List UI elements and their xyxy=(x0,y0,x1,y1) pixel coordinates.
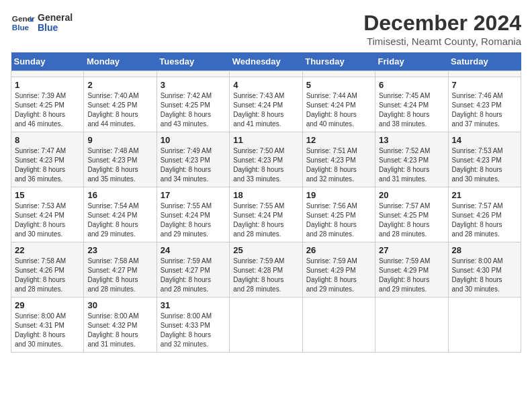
calendar-cell xyxy=(11,71,84,77)
day-number: 2 xyxy=(87,80,152,90)
calendar-cell: 1Sunrise: 7:39 AM Sunset: 4:25 PM Daylig… xyxy=(11,77,84,132)
day-info: Sunrise: 7:58 AM Sunset: 4:26 PM Dayligh… xyxy=(15,257,80,294)
day-number: 24 xyxy=(161,245,226,255)
calendar-cell xyxy=(230,71,302,77)
subtitle: Timisesti, Neamt County, Romania xyxy=(363,36,521,47)
day-number: 9 xyxy=(87,135,152,145)
calendar-cell: 18Sunrise: 7:55 AM Sunset: 4:24 PM Dayli… xyxy=(230,187,302,242)
day-info: Sunrise: 7:53 AM Sunset: 4:23 PM Dayligh… xyxy=(452,146,517,184)
day-info: Sunrise: 7:56 AM Sunset: 4:25 PM Dayligh… xyxy=(306,201,371,239)
calendar-cell: 31Sunrise: 8:00 AM Sunset: 4:33 PM Dayli… xyxy=(157,298,229,353)
col-header-monday: Monday xyxy=(84,52,157,71)
day-number: 6 xyxy=(379,80,444,90)
day-number: 23 xyxy=(87,245,152,255)
calendar-week-row: 22Sunrise: 7:58 AM Sunset: 4:26 PM Dayli… xyxy=(11,242,521,298)
calendar-cell: 11Sunrise: 7:50 AM Sunset: 4:23 PM Dayli… xyxy=(230,132,302,187)
calendar-cell: 20Sunrise: 7:57 AM Sunset: 4:25 PM Dayli… xyxy=(375,187,448,242)
day-number: 7 xyxy=(452,80,517,90)
calendar-cell xyxy=(302,71,375,77)
day-number: 21 xyxy=(452,190,517,200)
day-number: 16 xyxy=(87,190,152,200)
calendar-cell: 13Sunrise: 7:52 AM Sunset: 4:23 PM Dayli… xyxy=(375,132,448,187)
day-info: Sunrise: 7:50 AM Sunset: 4:23 PM Dayligh… xyxy=(233,146,298,184)
day-number: 1 xyxy=(15,80,80,90)
day-number: 13 xyxy=(379,135,444,145)
day-info: Sunrise: 7:49 AM Sunset: 4:23 PM Dayligh… xyxy=(161,146,226,184)
day-info: Sunrise: 7:59 AM Sunset: 4:29 PM Dayligh… xyxy=(379,257,444,294)
logo: General Blue General Blue xyxy=(11,11,73,35)
calendar-cell: 8Sunrise: 7:47 AM Sunset: 4:23 PM Daylig… xyxy=(11,132,84,187)
calendar-cell xyxy=(84,71,157,77)
day-number: 20 xyxy=(379,190,444,200)
day-number: 30 xyxy=(87,300,152,310)
title-section: December 2024 Timisesti, Neamt County, R… xyxy=(363,11,521,47)
calendar-cell: 9Sunrise: 7:48 AM Sunset: 4:23 PM Daylig… xyxy=(84,132,157,187)
calendar-cell: 16Sunrise: 7:54 AM Sunset: 4:24 PM Dayli… xyxy=(84,187,157,242)
day-info: Sunrise: 7:39 AM Sunset: 4:25 PM Dayligh… xyxy=(15,91,80,129)
calendar-cell: 30Sunrise: 8:00 AM Sunset: 4:32 PM Dayli… xyxy=(84,298,157,353)
day-number: 18 xyxy=(233,190,298,200)
calendar-cell xyxy=(230,298,302,353)
calendar-cell: 23Sunrise: 7:58 AM Sunset: 4:27 PM Dayli… xyxy=(84,242,157,298)
day-number: 17 xyxy=(161,190,226,200)
logo-text: General Blue xyxy=(38,13,73,34)
calendar-cell: 7Sunrise: 7:46 AM Sunset: 4:23 PM Daylig… xyxy=(448,77,521,132)
calendar-header-row: SundayMondayTuesdayWednesdayThursdayFrid… xyxy=(11,52,521,71)
day-number: 19 xyxy=(306,190,371,200)
page-header: General Blue General Blue December 2024 … xyxy=(11,11,521,47)
day-info: Sunrise: 7:55 AM Sunset: 4:24 PM Dayligh… xyxy=(161,201,226,239)
day-info: Sunrise: 7:54 AM Sunset: 4:24 PM Dayligh… xyxy=(87,201,152,239)
calendar-cell: 22Sunrise: 7:58 AM Sunset: 4:26 PM Dayli… xyxy=(11,242,84,298)
calendar-cell: 12Sunrise: 7:51 AM Sunset: 4:23 PM Dayli… xyxy=(302,132,375,187)
calendar-week-row: 8Sunrise: 7:47 AM Sunset: 4:23 PM Daylig… xyxy=(11,132,521,187)
day-info: Sunrise: 8:00 AM Sunset: 4:33 PM Dayligh… xyxy=(161,312,226,349)
day-number: 29 xyxy=(15,300,80,310)
col-header-thursday: Thursday xyxy=(302,52,375,71)
day-info: Sunrise: 8:00 AM Sunset: 4:32 PM Dayligh… xyxy=(87,312,152,349)
calendar-cell: 10Sunrise: 7:49 AM Sunset: 4:23 PM Dayli… xyxy=(157,132,229,187)
calendar-cell xyxy=(448,298,521,353)
calendar-cell: 2Sunrise: 7:40 AM Sunset: 4:25 PM Daylig… xyxy=(84,77,157,132)
calendar-cell: 24Sunrise: 7:59 AM Sunset: 4:27 PM Dayli… xyxy=(157,242,229,298)
day-info: Sunrise: 7:59 AM Sunset: 4:27 PM Dayligh… xyxy=(161,257,226,294)
calendar-cell: 29Sunrise: 8:00 AM Sunset: 4:31 PM Dayli… xyxy=(11,298,84,353)
day-info: Sunrise: 7:40 AM Sunset: 4:25 PM Dayligh… xyxy=(87,91,152,129)
calendar-week-row: 29Sunrise: 8:00 AM Sunset: 4:31 PM Dayli… xyxy=(11,298,521,353)
day-number: 4 xyxy=(233,80,298,90)
day-info: Sunrise: 7:55 AM Sunset: 4:24 PM Dayligh… xyxy=(233,201,298,239)
calendar-cell: 3Sunrise: 7:42 AM Sunset: 4:25 PM Daylig… xyxy=(157,77,229,132)
calendar-cell: 28Sunrise: 8:00 AM Sunset: 4:30 PM Dayli… xyxy=(448,242,521,298)
day-info: Sunrise: 8:00 AM Sunset: 4:30 PM Dayligh… xyxy=(452,257,517,294)
calendar-week-row: 1Sunrise: 7:39 AM Sunset: 4:25 PM Daylig… xyxy=(11,77,521,132)
svg-text:Blue: Blue xyxy=(12,23,30,32)
calendar-week-row xyxy=(11,71,521,77)
day-info: Sunrise: 7:47 AM Sunset: 4:23 PM Dayligh… xyxy=(15,146,80,184)
logo-icon: General Blue xyxy=(11,11,35,35)
col-header-friday: Friday xyxy=(375,52,448,71)
logo-line2: Blue xyxy=(38,23,73,33)
day-number: 27 xyxy=(379,245,444,255)
calendar-table: SundayMondayTuesdayWednesdayThursdayFrid… xyxy=(11,52,521,353)
calendar-cell: 5Sunrise: 7:44 AM Sunset: 4:24 PM Daylig… xyxy=(302,77,375,132)
col-header-tuesday: Tuesday xyxy=(157,52,229,71)
day-number: 10 xyxy=(161,135,226,145)
day-info: Sunrise: 7:58 AM Sunset: 4:27 PM Dayligh… xyxy=(87,257,152,294)
day-number: 28 xyxy=(452,245,517,255)
day-info: Sunrise: 7:45 AM Sunset: 4:24 PM Dayligh… xyxy=(379,91,444,129)
day-number: 15 xyxy=(15,190,80,200)
day-number: 31 xyxy=(161,300,226,310)
main-title: December 2024 xyxy=(363,11,521,36)
day-info: Sunrise: 7:59 AM Sunset: 4:29 PM Dayligh… xyxy=(306,257,371,294)
day-info: Sunrise: 7:53 AM Sunset: 4:24 PM Dayligh… xyxy=(15,201,80,239)
calendar-cell xyxy=(375,71,448,77)
logo-line1: General xyxy=(38,13,73,23)
day-number: 26 xyxy=(306,245,371,255)
day-number: 3 xyxy=(161,80,226,90)
day-number: 12 xyxy=(306,135,371,145)
day-info: Sunrise: 7:57 AM Sunset: 4:25 PM Dayligh… xyxy=(379,201,444,239)
calendar-cell: 4Sunrise: 7:43 AM Sunset: 4:24 PM Daylig… xyxy=(230,77,302,132)
day-number: 5 xyxy=(306,80,371,90)
calendar-cell: 19Sunrise: 7:56 AM Sunset: 4:25 PM Dayli… xyxy=(302,187,375,242)
calendar-cell: 25Sunrise: 7:59 AM Sunset: 4:28 PM Dayli… xyxy=(230,242,302,298)
day-number: 11 xyxy=(233,135,298,145)
